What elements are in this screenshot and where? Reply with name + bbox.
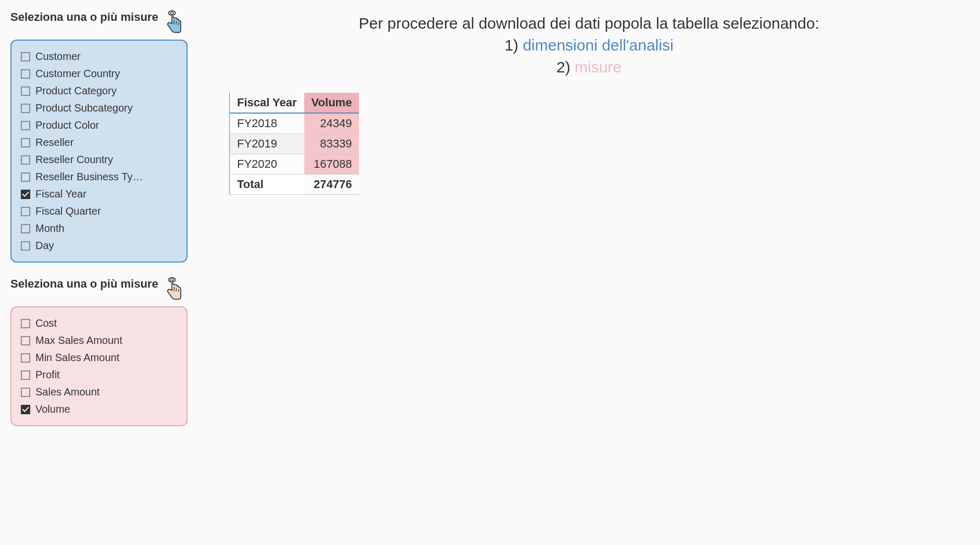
measure-item-label: Min Sales Amount: [35, 352, 119, 364]
dimension-item-label: Reseller Business Ty…: [35, 171, 143, 183]
measure-item-label: Profit: [35, 369, 60, 381]
svg-point-5: [168, 278, 176, 282]
checkbox-icon[interactable]: [21, 190, 30, 199]
table-row[interactable]: FY201824349: [230, 113, 359, 134]
checkbox-icon[interactable]: [21, 155, 30, 165]
right-panel: Per procedere al download dei dati popol…: [208, 10, 970, 426]
dimension-item-label: Product Color: [35, 119, 99, 131]
checkbox-icon[interactable]: [21, 353, 30, 363]
dimension-item-label: Customer: [35, 51, 81, 63]
left-panel: Seleziona una o più misure CustomerCusto…: [10, 10, 188, 426]
checkbox-icon[interactable]: [21, 224, 30, 233]
checkbox-icon[interactable]: [21, 388, 30, 397]
checkbox-icon[interactable]: [21, 207, 30, 216]
table-total-row: Total274776: [230, 175, 359, 195]
col-header-measure[interactable]: Volume: [304, 93, 359, 113]
row-label: FY2020: [230, 154, 304, 175]
measure-item-label: Sales Amount: [35, 386, 100, 398]
dimensions-panel-header: Seleziona una o più misure: [10, 10, 188, 33]
instructions-line1: Per procedere al download dei dati popol…: [208, 13, 970, 34]
measure-item[interactable]: Min Sales Amount: [18, 349, 180, 366]
checkbox-icon[interactable]: [21, 69, 30, 79]
checkbox-icon[interactable]: [21, 52, 30, 61]
measure-item-label: Max Sales Amount: [35, 335, 122, 346]
dimension-item[interactable]: Day: [18, 237, 180, 254]
results-table: Fiscal Year Volume FY201824349FY20198333…: [229, 93, 359, 195]
dimension-item[interactable]: Month: [18, 220, 180, 237]
dimension-item[interactable]: Reseller Country: [18, 151, 180, 168]
dimension-item-label: Reseller Country: [35, 154, 113, 166]
table-header-row: Fiscal Year Volume: [230, 93, 359, 113]
checkbox-icon[interactable]: [21, 319, 30, 328]
dimension-item-label: Product Category: [35, 85, 117, 97]
measure-item-label: Volume: [35, 403, 70, 415]
dimension-item-label: Product Subcategory: [35, 102, 133, 114]
main-container: Seleziona una o più misure CustomerCusto…: [10, 10, 970, 426]
dimension-item[interactable]: Customer: [18, 48, 180, 65]
checkbox-icon[interactable]: [21, 405, 30, 414]
measures-panel-header: Seleziona una o più misure: [10, 277, 188, 300]
dimension-item-label: Reseller: [35, 137, 73, 148]
dimension-item-label: Fiscal Quarter: [35, 205, 101, 217]
measures-checkbox-list: CostMax Sales AmountMin Sales AmountProf…: [10, 306, 188, 426]
row-label: FY2018: [230, 113, 304, 134]
measures-link[interactable]: misure: [575, 58, 622, 76]
instructions-text: Per procedere al download dei dati popol…: [208, 13, 970, 78]
checkbox-icon[interactable]: [21, 336, 30, 345]
dimension-item[interactable]: Reseller: [18, 134, 180, 151]
svg-point-6: [170, 279, 173, 281]
checkbox-icon[interactable]: [21, 172, 30, 182]
measures-panel-title: Seleziona una o più misure: [10, 277, 158, 291]
table-row[interactable]: FY2020167088: [230, 154, 359, 175]
row-value: 24349: [304, 113, 359, 134]
dimension-item[interactable]: Customer Country: [18, 65, 180, 82]
measure-item[interactable]: Volume: [18, 401, 180, 418]
dimension-item-label: Day: [35, 240, 54, 252]
dimension-item[interactable]: Fiscal Year: [18, 185, 180, 203]
svg-point-1: [170, 12, 173, 14]
measure-item[interactable]: Cost: [18, 315, 180, 332]
checkbox-icon[interactable]: [21, 86, 30, 96]
dimension-item-label: Customer Country: [35, 68, 120, 80]
measure-item[interactable]: Max Sales Amount: [18, 332, 180, 349]
dimension-item[interactable]: Product Category: [18, 82, 180, 100]
total-value: 274776: [304, 175, 359, 195]
table-row[interactable]: FY201983339: [230, 134, 359, 154]
dimension-item-label: Month: [35, 222, 65, 234]
col-header-dimension[interactable]: Fiscal Year: [230, 93, 304, 113]
instructions-line3: 2) misure: [208, 56, 970, 78]
row-value: 83339: [304, 134, 359, 154]
checkbox-icon[interactable]: [21, 104, 30, 113]
pointer-hand-icon: [166, 10, 183, 33]
measure-item[interactable]: Sales Amount: [18, 383, 180, 401]
dimension-item[interactable]: Product Subcategory: [18, 100, 180, 117]
checkbox-icon[interactable]: [21, 241, 30, 251]
instructions-line2: 1) dimensioni dell'analisi: [208, 34, 970, 56]
dimensions-checkbox-list: CustomerCustomer CountryProduct Category…: [10, 40, 188, 263]
checkbox-icon[interactable]: [21, 138, 30, 147]
row-value: 167088: [304, 154, 359, 175]
svg-point-0: [168, 11, 176, 15]
measure-item-label: Cost: [35, 317, 57, 329]
dimension-item[interactable]: Product Color: [18, 117, 180, 134]
measure-item[interactable]: Profit: [18, 366, 180, 383]
dimension-item-label: Fiscal Year: [35, 188, 86, 200]
checkbox-icon[interactable]: [21, 370, 30, 380]
dimensions-panel-title: Seleziona una o più misure: [10, 10, 158, 24]
dimensions-link[interactable]: dimensioni dell'analisi: [523, 36, 673, 54]
total-label: Total: [230, 175, 304, 195]
row-label: FY2019: [230, 134, 304, 154]
checkbox-icon[interactable]: [21, 121, 30, 130]
dimension-item[interactable]: Reseller Business Ty…: [18, 168, 180, 185]
pointer-hand-icon: [166, 277, 183, 300]
dimension-item[interactable]: Fiscal Quarter: [18, 203, 180, 220]
